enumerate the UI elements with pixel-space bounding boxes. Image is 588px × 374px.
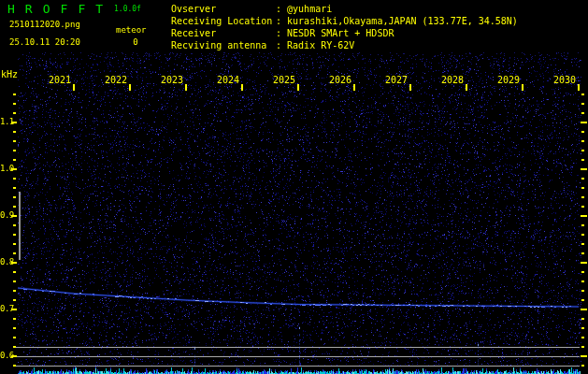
info-row: Receiver: NESDR SMArt + HDSDR [171,27,518,39]
observation-datetime: 25.10.11 20:20 [9,37,80,47]
info-row: Ovserver: @yuhmari [171,3,518,15]
info-label: Receiver [171,27,276,39]
freq-axis-unit-label: kHz [1,69,18,79]
time-axis-label: 2024 [215,75,239,85]
freq-axis-label: 1.1 [0,117,14,126]
info-label: Recviving antenna [171,39,276,51]
freq-axis-label: 0.7 [0,304,14,313]
info-separator: : [276,28,287,38]
time-axis-label: 2023 [159,75,183,85]
info-value: Radix RY-62V [287,40,354,50]
info-row: Recviving antenna: Radix RY-62V [171,39,518,51]
time-axis-label: 2026 [327,75,351,85]
output-filename: 2510112020.png [9,20,80,29]
meteor-count-value: 0 [130,37,141,47]
info-label: Ovserver [171,3,276,15]
info-value: kurashiki,Okayama,JAPAN (133.77E, 34.58N… [287,16,518,26]
time-axis-label: 2030 [552,75,576,85]
app-title: H R O F F T [7,2,105,16]
meteor-count-label: meteor [116,25,147,35]
info-separator: : [276,40,287,50]
observer-info-block: Ovserver: @yuhmariReceiving Location: ku… [171,3,518,51]
info-value: NESDR SMArt + HDSDR [287,28,394,38]
app-version: 1.0.0f [114,5,141,13]
info-separator: : [276,4,287,14]
time-axis-label: 2022 [103,75,127,85]
info-value: @yuhmari [287,4,332,14]
time-axis-label: 2021 [47,75,71,85]
info-separator: : [276,16,287,26]
info-label: Receiving Location [171,15,276,27]
info-row: Receiving Location: kurashiki,Okayama,JA… [171,15,518,27]
time-axis-label: 2025 [271,75,295,85]
freq-axis-label: 0.9 [0,210,14,220]
hrofft-screen: H R O F F T 1.0.0f 2510112020.png meteor… [0,0,588,374]
freq-axis-label: 0.8 [0,257,14,266]
freq-axis-label: 1.0 [0,164,14,173]
time-axis-label: 2027 [383,75,408,85]
spectrogram-canvas [0,0,588,374]
time-axis-label: 2029 [495,75,520,85]
time-axis-label: 2028 [439,75,464,85]
freq-axis-label: 0.6 [0,351,14,360]
